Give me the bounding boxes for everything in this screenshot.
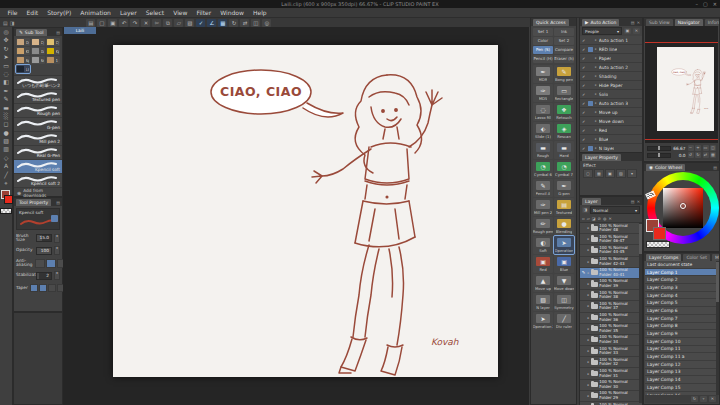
action-checkbox[interactable]: ✓ <box>582 65 586 70</box>
expand-arrow-icon[interactable]: ▸ <box>588 394 590 398</box>
menu-item[interactable]: View <box>169 8 192 17</box>
quick-access-item[interactable]: ▲ Move up <box>533 274 553 292</box>
layer-comp-row[interactable]: Layer Comp 6 <box>645 307 716 315</box>
expand-arrow-icon[interactable]: ▸ <box>595 110 597 114</box>
quick-access-item[interactable]: ▤ Textured <box>554 198 574 216</box>
action-checkbox[interactable]: ✓ <box>582 137 586 142</box>
layer-folder-row[interactable]: ✎ ▸ 100 % Normal Folder 42-43 <box>580 257 642 268</box>
quick-access-item[interactable]: ▧ N layer <box>533 293 553 311</box>
action-checkbox[interactable]: ✓ <box>582 128 586 133</box>
action-checkbox[interactable]: ✓ <box>582 47 586 52</box>
delete-action-button[interactable]: ✕ <box>633 28 640 34</box>
layer-comp-row[interactable]: Layer Comp 11 a <box>645 353 716 361</box>
tool-icon[interactable]: ✒ <box>1 87 12 95</box>
tool-icon[interactable]: ╱ <box>1 171 12 179</box>
expand-arrow-icon[interactable]: ▸ <box>595 65 597 69</box>
action-checkbox[interactable]: ✓ <box>582 74 586 79</box>
quick-access-item[interactable]: ✏ Rough pen <box>533 217 553 235</box>
stabilization-slider[interactable]: 2 <box>36 272 52 280</box>
brush-preset[interactable]: Opt <box>16 38 30 46</box>
stabilization-stepper[interactable]: ⬍ <box>54 271 60 280</box>
action-checkbox[interactable]: ✓ <box>582 92 586 97</box>
layer-comps-tab[interactable]: Material <box>712 254 719 261</box>
background-color-swatch[interactable] <box>4 195 13 204</box>
quick-access-item[interactable]: ⬖ Slide (1) <box>533 122 553 140</box>
brush-size-slider[interactable]: 15.0 <box>36 234 52 242</box>
quick-access-item[interactable]: ▣ Blue <box>554 255 574 273</box>
tone-effect-button[interactable]: ▦ <box>594 169 604 178</box>
panel-menu-icon[interactable]: ▤ <box>56 200 60 205</box>
brush-preset[interactable]: Lili <box>16 65 30 73</box>
expand-arrow-icon[interactable]: ▸ <box>588 248 590 252</box>
tool-icon[interactable]: ░ <box>1 112 12 120</box>
layer-comp-row[interactable]: Layer Comp 2 <box>645 276 716 284</box>
expand-arrow-icon[interactable]: ▸ <box>595 128 597 132</box>
command-icon[interactable]: ⧉ <box>163 19 172 27</box>
mask-layer-icon[interactable]: ◍ <box>603 216 607 221</box>
action-set-dropdown[interactable]: People ▾ <box>582 27 622 35</box>
menu-item[interactable]: Select <box>141 8 169 17</box>
layer-folder-row[interactable]: ✎ ▸ 100 % Normal Folder 37 <box>580 301 642 312</box>
expand-arrow-icon[interactable]: ▸ <box>588 293 590 297</box>
tab-sub-tool[interactable]: ✎ Sub Tool <box>16 29 47 36</box>
tab-layer[interactable]: Layer <box>582 198 601 205</box>
auto-action-row[interactable]: ✓ ▸ RED line <box>580 45 642 54</box>
brush-item[interactable]: Rough pen <box>14 104 62 118</box>
tool-icon[interactable]: A <box>1 162 12 170</box>
quick-access-item[interactable]: ✑ Mill pen 2 <box>533 198 553 216</box>
expand-arrow-icon[interactable]: ▸ <box>595 38 597 42</box>
command-icon[interactable]: ↶ <box>119 19 128 27</box>
command-icon[interactable]: ▦ <box>218 19 227 27</box>
brush-preset[interactable]: CyC <box>46 38 60 46</box>
expand-arrow-icon[interactable]: ▸ <box>588 327 590 331</box>
command-icon[interactable]: ◎ <box>262 19 271 27</box>
auto-action-row[interactable]: ✓ ▸ Shading <box>580 72 642 81</box>
border-effect-button[interactable]: ◻ <box>583 169 593 178</box>
quick-access-item[interactable]: ▬ Rough <box>533 141 553 159</box>
sub-color-swatch[interactable] <box>653 227 666 240</box>
navigator-rotate-button[interactable]: ↺ <box>688 152 694 158</box>
brush-item[interactable]: Textured pen <box>14 90 62 104</box>
brush-preset[interactable]: Spis <box>16 56 30 64</box>
layer-comp-row[interactable]: Layer Comp 5 <box>645 299 716 307</box>
window-control-button[interactable]: – <box>696 1 699 7</box>
layer-comp-row[interactable]: Layer Comp 13 <box>645 369 716 377</box>
action-checkbox[interactable]: ✓ <box>582 38 586 43</box>
layer-comp-row[interactable]: Layer Comp 4 <box>645 292 716 300</box>
layer-folder-row[interactable]: ✎ ▸ 100 % Normal Folder 34 <box>580 335 642 346</box>
menu-item[interactable]: Help <box>248 8 271 17</box>
navigator-preview[interactable] <box>645 26 718 143</box>
menu-item[interactable]: Edit <box>22 8 43 17</box>
expand-arrow-icon[interactable]: ▸ <box>588 226 590 230</box>
tool-icon[interactable]: ➤ <box>1 53 12 61</box>
anti-aliasing-weak[interactable] <box>46 259 56 268</box>
layer-folder-row[interactable]: ✎ ▸ 100 % Normal Folder 35 <box>580 324 642 335</box>
layer-comp-row[interactable]: Layer Comp 1 <box>645 269 716 277</box>
tool-icon[interactable]: ◧ <box>1 78 12 86</box>
rotate-slider[interactable] <box>647 153 671 158</box>
expand-arrow-icon[interactable]: ▸ <box>595 74 597 78</box>
expand-arrow-icon[interactable]: ▸ <box>588 260 590 264</box>
layer-comp-row[interactable]: Layer Comp 3 <box>645 284 716 292</box>
quick-access-item[interactable]: ● Blending <box>554 217 574 235</box>
tab-layer-property[interactable]: Layer Property <box>582 154 621 161</box>
layer-comp-row[interactable]: Layer Comp 7 <box>645 315 716 323</box>
navigator-rotate-button[interactable]: ⇄ <box>703 152 709 158</box>
quick-access-item[interactable]: ◐ Soft <box>533 236 553 254</box>
panel-menu-icon[interactable]: ▤ <box>713 165 717 170</box>
command-icon[interactable]: ▨ <box>185 19 194 27</box>
navigator-zoom-button[interactable]: ▭ <box>703 145 709 151</box>
menu-item[interactable]: Filter <box>192 8 216 17</box>
menu-item[interactable]: Animation <box>76 8 116 17</box>
expand-arrow-icon[interactable]: ▸ <box>595 101 597 105</box>
tool-icon[interactable]: ▭ <box>1 62 12 70</box>
action-checkbox[interactable]: ✓ <box>582 146 586 151</box>
layer-comps-toolbar-button[interactable]: ↻ <box>691 396 698 402</box>
expand-arrow-icon[interactable]: ▸ <box>595 47 597 51</box>
saturation-value-square[interactable] <box>663 188 703 228</box>
quick-access-item[interactable]: ◔ Cymbal 6 <box>533 160 553 178</box>
tab-tool-property[interactable]: Tool Property <box>16 199 51 206</box>
menu-item[interactable]: Layer <box>115 8 141 17</box>
expand-arrow-icon[interactable]: ▸ <box>595 56 597 60</box>
palette-dock-icon[interactable]: ▤ <box>3 20 8 26</box>
